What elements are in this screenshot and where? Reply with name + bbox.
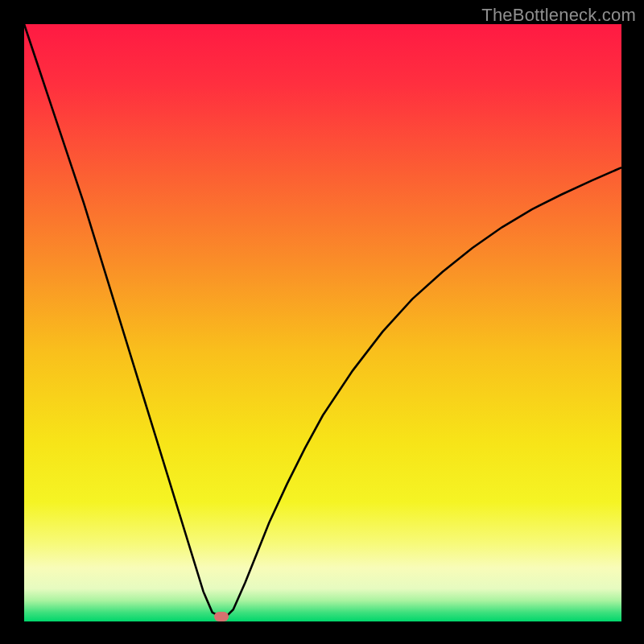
watermark-text: TheBottleneck.com: [481, 5, 636, 26]
optimal-point-marker: [214, 612, 229, 621]
bottleneck-curve: [24, 24, 621, 621]
chart-stage: TheBottleneck.com: [0, 0, 644, 644]
plot-area: [24, 24, 621, 621]
curve-path: [24, 24, 621, 617]
